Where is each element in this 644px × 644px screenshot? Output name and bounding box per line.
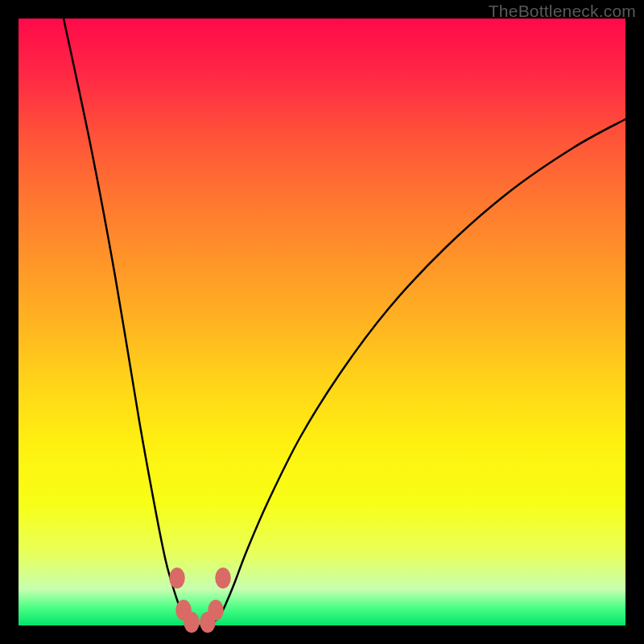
curve-marker [208,600,224,621]
curve-marker [169,568,185,588]
chart-svg [19,19,625,625]
watermark-text: TheBottleneck.com [489,2,636,21]
bottleneck-curve [64,19,625,626]
chart-plot-area [19,19,625,625]
curve-marker [184,612,200,633]
curve-marker [215,568,231,588]
curve-markers [169,568,231,633]
